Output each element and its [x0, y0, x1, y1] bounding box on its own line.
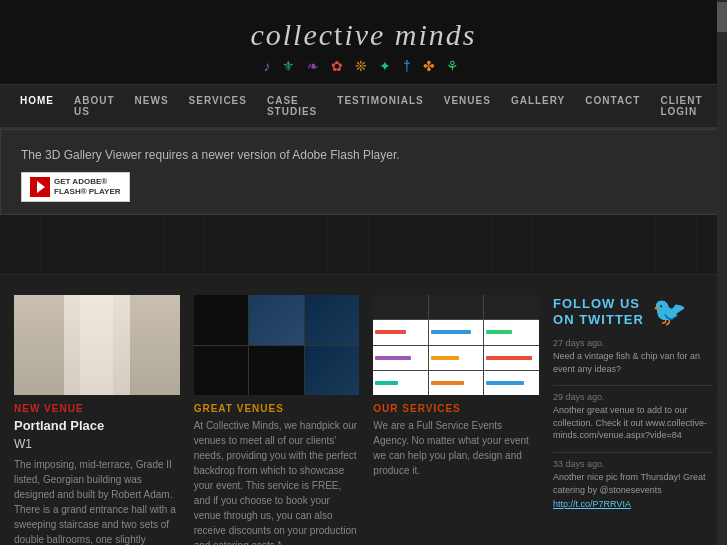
svc-cell-6 [484, 320, 539, 344]
nav-venues-link[interactable]: VENUES [434, 85, 501, 116]
scrollbar-thumb[interactable] [717, 2, 727, 32]
nav-services[interactable]: SERVICES [179, 85, 257, 127]
gallery-area [0, 215, 727, 275]
our-services-column: OUR SERVICES We are a Full Service Event… [373, 295, 539, 545]
nav-testimonials[interactable]: TESTIMONIALS [327, 85, 433, 127]
venue-name: Portland Place [14, 418, 180, 433]
svc-cell-12 [484, 371, 539, 395]
venues-cell-4 [194, 346, 249, 396]
services-grid [373, 295, 539, 395]
nav-venues[interactable]: VENUES [434, 85, 501, 127]
nav: HOME ABOUT US NEWS SERVICES CASE STUDIES… [0, 85, 727, 129]
tweet-divider-1 [553, 385, 713, 386]
nav-client-login-link[interactable]: CLIENT LOGIN [650, 85, 717, 127]
svc-cell-2 [429, 295, 484, 319]
tweet-3-text: Another nice pic from Thursday! Great ca… [553, 471, 713, 496]
nav-news[interactable]: NEWS [125, 85, 179, 127]
flash-player-button[interactable]: Get Adobe®FLASH® PLAYER [21, 172, 130, 202]
venues-cell-3 [305, 295, 360, 345]
nav-client-login[interactable]: CLIENT LOGIN [650, 85, 717, 127]
our-services-label: OUR SERVICES [373, 403, 539, 414]
great-venues-column: GREAT VENUES At Collective Minds, we han… [194, 295, 360, 545]
flash-button-label: Get Adobe®FLASH® PLAYER [54, 177, 121, 196]
main-content: NEW VENUE Portland Place W1 The imposing… [0, 275, 727, 545]
tweet-3-link[interactable]: http://t.co/P7RRVIA [553, 499, 631, 509]
new-venue-label: NEW VENUE [14, 403, 180, 414]
great-venues-text: At Collective Minds, we handpick our ven… [194, 418, 360, 545]
tweet-2-time: 29 days ago. [553, 392, 713, 402]
services-image [373, 295, 539, 395]
svc-cell-4 [373, 320, 428, 344]
tweet-1-text: Need a vintage fish & chip van for an ev… [553, 350, 713, 375]
twitter-bird-icon: 🐦 [652, 295, 687, 328]
svc-cell-11 [429, 371, 484, 395]
nav-about-link[interactable]: ABOUT US [64, 85, 125, 127]
svc-cell-10 [373, 371, 428, 395]
great-venues-label: GREAT VENUES [194, 403, 360, 414]
venues-cell-5 [249, 346, 304, 396]
scrollbar-track[interactable] [717, 0, 727, 545]
nav-contact[interactable]: CONTACT [575, 85, 650, 127]
venue-image [14, 295, 180, 395]
decorative-icons: ♪ ⚜ ❧ ✿ ❊ ✦ † ✤ ⚘ [0, 58, 727, 74]
tweet-2-text: Another great venue to add to our collec… [553, 404, 713, 442]
page-wrapper: collective minds ♪ ⚜ ❧ ✿ ❊ ✦ † ✤ ⚘ HOME … [0, 0, 727, 545]
svc-cell-8 [429, 346, 484, 370]
nav-gallery-link[interactable]: GALLERY [501, 85, 575, 116]
nav-services-link[interactable]: SERVICES [179, 85, 257, 116]
venues-cell-2 [249, 295, 304, 345]
nav-home-link[interactable]: HOME [10, 85, 64, 116]
svc-cell-9 [484, 346, 539, 370]
tweet-1: 27 days ago. Need a vintage fish & chip … [553, 338, 713, 375]
twitter-title: FOLLOW USON TWITTER [553, 296, 644, 327]
nav-about[interactable]: ABOUT US [64, 85, 125, 127]
svc-cell-1 [373, 295, 428, 319]
twitter-header: FOLLOW USON TWITTER 🐦 [553, 295, 713, 328]
venues-cell-6 [305, 346, 360, 396]
venue-location: W1 [14, 437, 180, 451]
header: collective minds ♪ ⚜ ❧ ✿ ❊ ✦ † ✤ ⚘ [0, 0, 727, 85]
flash-notice: The 3D Gallery Viewer requires a newer v… [0, 129, 727, 215]
nav-testimonials-link[interactable]: TESTIMONIALS [327, 85, 433, 116]
nav-case-studies[interactable]: CASE STUDIES [257, 85, 327, 127]
tweet-3: 33 days ago. Another nice pic from Thurs… [553, 459, 713, 510]
tweet-3-time: 33 days ago. [553, 459, 713, 469]
nav-news-link[interactable]: NEWS [125, 85, 179, 116]
new-venue-column: NEW VENUE Portland Place W1 The imposing… [14, 295, 180, 545]
our-services-text: We are a Full Service Events Agency. No … [373, 418, 539, 478]
flash-icon [30, 177, 50, 197]
svc-cell-3 [484, 295, 539, 319]
svc-cell-7 [373, 346, 428, 370]
venues-grid [194, 295, 360, 395]
flash-notice-text: The 3D Gallery Viewer requires a newer v… [21, 148, 706, 162]
nav-gallery[interactable]: GALLERY [501, 85, 575, 127]
svc-cell-5 [429, 320, 484, 344]
tweet-2: 29 days ago. Another great venue to add … [553, 392, 713, 442]
tweet-1-time: 27 days ago. [553, 338, 713, 348]
nav-home[interactable]: HOME [10, 85, 64, 127]
svg-marker-0 [37, 181, 45, 193]
venue-description: The imposing, mid-terrace, Grade II list… [14, 457, 180, 545]
nav-contact-link[interactable]: CONTACT [575, 85, 650, 116]
logo: collective minds [0, 18, 727, 52]
twitter-sidebar: FOLLOW USON TWITTER 🐦 27 days ago. Need … [553, 295, 713, 545]
tweet-divider-2 [553, 452, 713, 453]
venues-image [194, 295, 360, 395]
nav-case-studies-link[interactable]: CASE STUDIES [257, 85, 327, 127]
venues-cell-1 [194, 295, 249, 345]
